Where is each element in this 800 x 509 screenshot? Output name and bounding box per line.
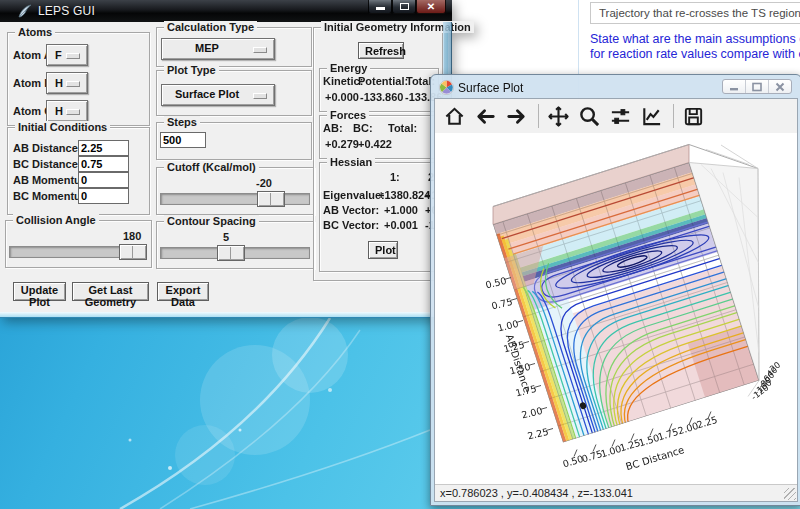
plot-title-bar[interactable]: Surface Plot: [434, 78, 798, 98]
close-button[interactable]: ✕: [416, 0, 446, 14]
bc-distance-input[interactable]: [78, 156, 129, 172]
save-icon: [682, 105, 705, 128]
close-icon: ✕: [427, 1, 435, 12]
collision-angle-slider-track[interactable]: [9, 246, 147, 258]
cutoff-slider-track[interactable]: [160, 193, 310, 205]
plot-type-label: Plot Type: [164, 64, 219, 76]
refresh-button[interactable]: Refresh: [358, 42, 404, 59]
pan-button[interactable]: [546, 104, 570, 128]
initial-conditions-groupbox: Initial Conditions AB Distance: BC Dista…: [7, 127, 150, 215]
zoom-button[interactable]: [577, 104, 601, 128]
minimize-icon: [376, 7, 385, 10]
resize-grip[interactable]: [784, 488, 796, 500]
ab-momentum-input[interactable]: [78, 172, 129, 188]
contour-spacing-label: Contour Spacing: [164, 215, 259, 227]
contour-spacing-groupbox: Contour Spacing 5: [156, 221, 315, 269]
get-last-geometry-button[interactable]: Get Last Geometry: [72, 282, 149, 301]
leps-window-bottom-border: [0, 312, 452, 318]
calculation-type-groupbox: Calculation Type MEP: [156, 27, 312, 67]
leps-gui-window: LEPS GUI ✕ Atoms Atom A: F Atom B: H Ato…: [0, 0, 452, 318]
cutoff-slider-handle[interactable]: [257, 191, 285, 207]
svg-text:1.00: 1.00: [496, 318, 519, 334]
steps-groupbox: Steps: [156, 122, 312, 160]
export-data-button[interactable]: Export Data: [157, 282, 209, 301]
bc-distance-label: BC Distance:: [13, 158, 81, 170]
maximize-button[interactable]: [392, 0, 416, 14]
toolbar-separator: [673, 104, 674, 128]
ab-distance-input[interactable]: [78, 140, 129, 156]
plot-type-dropdown[interactable]: Surface Plot: [161, 84, 275, 106]
plot-window-title: Surface Plot: [458, 81, 523, 95]
plot-canvas[interactable]: 0.50 0.75 1.00 1.25 1.50 1.75 2.00 2.25 …: [435, 133, 797, 485]
contour-spacing-slider-track[interactable]: [160, 247, 310, 259]
collision-angle-value: 180: [123, 230, 141, 242]
ab-vector-label: AB Vector:: [323, 204, 379, 216]
initial-conditions-label: Initial Conditions: [15, 121, 110, 133]
save-button[interactable]: [681, 104, 705, 128]
plot-maximize-button[interactable]: [746, 80, 769, 93]
contour-spacing-value: 5: [223, 231, 229, 243]
hessian-groupbox: Hessian 1: 2: Eigenvalue: +1380.824 +1.2…: [319, 162, 439, 272]
eigenvalue-v1: +1380.824: [378, 189, 430, 201]
dropdown-indicator-icon: [253, 47, 267, 53]
kinetic-value: +0.000: [325, 91, 359, 103]
toolbar-separator: [538, 104, 539, 128]
edit-axes-button[interactable]: [639, 104, 663, 128]
plot-client-area: 0.50 0.75 1.00 1.25 1.50 1.75 2.00 2.25 …: [434, 98, 798, 502]
atom-c-value: H: [55, 105, 63, 117]
leps-title-bar[interactable]: LEPS GUI ✕: [0, 0, 452, 22]
atom-a-dropdown[interactable]: F: [46, 44, 88, 66]
surface-plot-window: Surface Plot: [430, 74, 800, 506]
collision-angle-slider-handle[interactable]: [119, 244, 147, 260]
svg-text:2.00: 2.00: [520, 405, 543, 421]
steps-input[interactable]: [160, 132, 206, 148]
home-button[interactable]: [442, 104, 466, 128]
svg-text:2.25: 2.25: [526, 426, 549, 442]
home-icon: [443, 105, 466, 128]
svg-text:2.25: 2.25: [695, 414, 718, 431]
hessian-label: Hessian: [327, 156, 375, 168]
contour-spacing-slider-handle[interactable]: [217, 245, 245, 261]
dropdown-indicator-icon: [253, 93, 267, 99]
plot-minimize-button[interactable]: [723, 80, 746, 93]
force-bc-header: BC:: [353, 122, 373, 134]
back-button[interactable]: [473, 104, 497, 128]
force-ab-header: AB:: [323, 122, 343, 134]
pan-icon: [547, 105, 570, 128]
bc-vector-label: BC Vector:: [323, 219, 379, 231]
leps-window-title: LEPS GUI: [38, 4, 95, 18]
dropdown-indicator-icon: [66, 109, 80, 115]
atom-b-dropdown[interactable]: H: [46, 72, 88, 94]
plot-status-bar: x=0.786023 , y=-0.408434 , z=-133.041: [435, 484, 797, 501]
sliders-icon: [609, 105, 632, 128]
atom-c-dropdown[interactable]: H: [46, 100, 88, 122]
document-question-line1: State what are the main assumptions of T…: [590, 32, 800, 46]
cutoff-groupbox: Cutoff (Kcal/mol) -20: [156, 167, 315, 215]
dropdown-indicator-icon: [66, 53, 80, 59]
geometry-info-groupbox: Initial Geometry Information Refresh Ene…: [313, 27, 443, 281]
plot-close-button[interactable]: [769, 80, 791, 93]
zoom-icon: [578, 105, 601, 128]
force-total-header: Total:: [388, 122, 417, 134]
atoms-groupbox: Atoms Atom A: F Atom B: H Atom C: H: [7, 32, 150, 126]
plot-button[interactable]: Plot: [368, 241, 398, 259]
steps-label: Steps: [164, 116, 200, 128]
forward-arrow-icon: [505, 105, 528, 128]
eigenvalue-label: Eigenvalue:: [323, 189, 385, 201]
force-ab-value: +0.279: [325, 138, 359, 150]
energy-label: Energy: [327, 62, 370, 74]
bc-momentum-input[interactable]: [78, 188, 129, 204]
window-controls: [722, 79, 792, 94]
force-bc-value: +0.422: [358, 138, 392, 150]
update-plot-button[interactable]: Update Plot: [13, 282, 66, 301]
potential-value: -133.860: [360, 91, 403, 103]
ab-vector-v1: +1.000: [384, 204, 418, 216]
atom-b-value: H: [55, 77, 63, 89]
calculation-type-dropdown[interactable]: MEP: [161, 38, 275, 60]
atom-a-value: F: [55, 49, 62, 61]
feather-app-icon: [18, 4, 32, 18]
forward-button[interactable]: [504, 104, 528, 128]
minimize-button[interactable]: [368, 0, 392, 14]
document-note-text: Trajectory that re-crosses the TS region: [599, 7, 800, 19]
configure-subplots-button[interactable]: [608, 104, 632, 128]
